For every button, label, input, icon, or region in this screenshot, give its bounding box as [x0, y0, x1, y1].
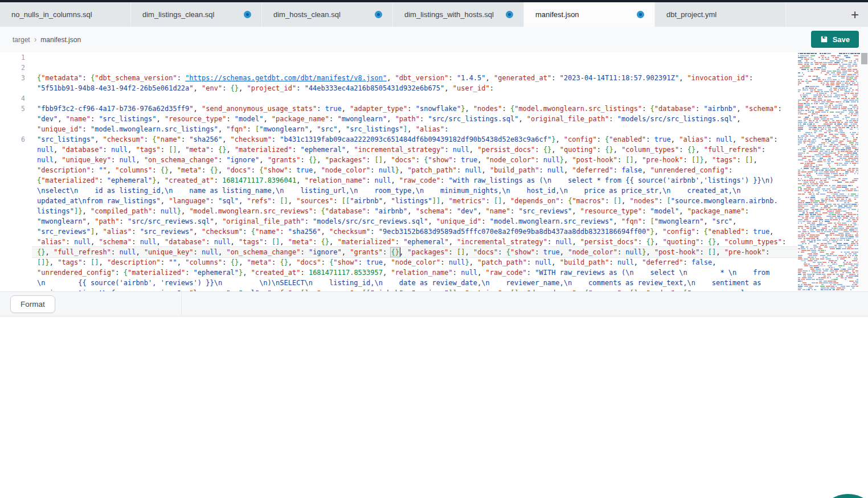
- save-button[interactable]: Save: [811, 31, 859, 48]
- code-line[interactable]: 4: [0, 93, 797, 104]
- code-line[interactable]: {"materialized": "ephemeral"}, "created_…: [0, 175, 797, 186]
- tab-dim_hosts_clean.sql[interactable]: dim_hosts_clean.sql: [262, 2, 393, 27]
- code-text: "dev", "name": "src_listings", "resource…: [37, 114, 741, 124]
- unsaved-dot-icon: [375, 11, 382, 18]
- scrollbar-thumb[interactable]: [861, 53, 867, 64]
- unsaved-dot-icon: [506, 11, 513, 18]
- line-number: 3: [0, 73, 25, 83]
- tab-label: dbt_project.yml: [666, 10, 716, 19]
- code-line[interactable]: updated_at\nfrom raw_listings", "languag…: [0, 196, 797, 206]
- format-button[interactable]: Format: [10, 295, 55, 313]
- code-text: "fbb9f3c2-cf96-4a17-b736-976a62d35ff9", …: [37, 104, 782, 114]
- code-line[interactable]: 6"src_listings", "checksum": {"name": "s…: [0, 134, 797, 145]
- code-line[interactable]: {}, "full_refresh": null, "unique_key": …: [0, 247, 797, 257]
- code-line[interactable]: 5"fbb9f3c2-cf96-4a17-b736-976a62d35ff9",…: [0, 104, 797, 114]
- tab-bar: no_nulls_in_columns.sqldim_listings_clea…: [0, 2, 868, 27]
- line-number: 5: [0, 104, 25, 114]
- dbt-cloud-ide: no_nulls_in_columns.sqldim_listings_clea…: [0, 0, 868, 498]
- breadcrumb-folder: target: [13, 36, 30, 44]
- code-text: "unrendered_config": {"materialized": "e…: [37, 267, 769, 278]
- code-text: "alias": null, "schema": null, "database…: [37, 237, 786, 247]
- tab-label: dim_hosts_clean.sql: [273, 10, 341, 19]
- code-text: null, "unique_key": null, "on_schema_cha…: [37, 155, 758, 165]
- code-text: {"materialized": "ephemeral"}, "created_…: [37, 175, 773, 186]
- code-text: "unique_id": "model.mwonglearn.src_listi…: [37, 124, 449, 134]
- plus-icon: +: [851, 7, 859, 22]
- format-bar: Format: [0, 291, 868, 316]
- results-panel: [0, 316, 868, 498]
- code-text: "description": "", "columns": {}, "meta"…: [37, 165, 732, 175]
- breadcrumb-bar: target › manifest.json Save: [0, 27, 868, 53]
- code-text: {"metadata": {"dbt_schema_version": "htt…: [37, 73, 753, 83]
- code-text: \n {{ source('airbnb', 'reviews') }}\n \…: [37, 278, 761, 288]
- tab-dim_listings_clean.sql[interactable]: dim_listings_clean.sql: [131, 2, 262, 27]
- code-text: listings"]}, "compiled_path": null}, "mo…: [37, 206, 749, 216]
- code-text: []}, "tags": [], "description": "", "col…: [37, 257, 716, 267]
- tab-label: no_nulls_in_columns.sql: [11, 10, 92, 19]
- line-number: 4: [0, 93, 25, 104]
- code-line[interactable]: 1: [0, 52, 797, 63]
- code-line[interactable]: "unrendered_config": {"materialized": "e…: [0, 267, 797, 278]
- code-text: updated_at\nfrom raw_listings", "languag…: [37, 196, 778, 206]
- code-text: "mwonglearn", "path": "src/src_reviews.s…: [37, 216, 736, 227]
- code-text: null, "database": null, "tags": [], "met…: [37, 145, 765, 155]
- code-line[interactable]: null, "unique_key": null, "on_schema_cha…: [0, 155, 797, 165]
- code-text: "src_listings", "checksum": {"name": "sh…: [37, 134, 778, 145]
- code-line[interactable]: "unique_id": "model.mwonglearn.src_listi…: [0, 124, 797, 134]
- code-line[interactable]: \n {{ source('airbnb', 'reviews') }}\n \…: [0, 278, 797, 288]
- code-line[interactable]: \nselect\n id as listing_id,\n name as l…: [0, 186, 797, 196]
- code-text: {}, "full_refresh": null, "unique_key": …: [37, 247, 769, 257]
- breadcrumb-file: manifest.json: [40, 36, 81, 44]
- code-line[interactable]: 3{"metadata": {"dbt_schema_version": "ht…: [0, 73, 797, 83]
- code-text: review_sentiment\nfrom raw_reviews", "la…: [37, 288, 761, 291]
- bracket-match-highlight: [390, 247, 400, 257]
- code-line[interactable]: "src_reviews"], "alias": "src_reviews", …: [0, 227, 797, 237]
- code-line[interactable]: []}, "tags": [], "description": "", "col…: [0, 257, 797, 267]
- scrollbar[interactable]: [860, 52, 868, 291]
- save-button-label: Save: [833, 35, 850, 44]
- tab-dim_listings_with_hosts.sql[interactable]: dim_listings_with_hosts.sql: [393, 2, 524, 27]
- line-number: 1: [0, 52, 25, 63]
- code-line[interactable]: "description": "", "columns": {}, "meta"…: [0, 165, 797, 175]
- save-icon: [820, 35, 828, 43]
- code-line[interactable]: 2: [0, 63, 797, 73]
- text-cursor: [400, 248, 401, 257]
- tab-label: dim_listings_with_hosts.sql: [404, 10, 494, 19]
- tab-manifest.json[interactable]: manifest.json: [524, 2, 655, 27]
- chevron-right-icon: ›: [34, 35, 37, 44]
- tab-no_nulls_in_columns.sql[interactable]: no_nulls_in_columns.sql: [0, 2, 131, 27]
- code-line[interactable]: null, "database": null, "tags": [], "met…: [0, 145, 797, 155]
- tab-list: no_nulls_in_columns.sqldim_listings_clea…: [0, 2, 786, 27]
- unsaved-dot-icon: [244, 11, 251, 18]
- breadcrumb: target › manifest.json: [13, 27, 81, 52]
- tab-label: dim_listings_clean.sql: [142, 10, 214, 19]
- code-line[interactable]: "dev", "name": "src_listings", "resource…: [0, 114, 797, 124]
- code-line[interactable]: "5f51bb91-94b8-4e31-94f2-26b5e061d22a", …: [0, 83, 797, 93]
- code-line[interactable]: "mwonglearn", "path": "src/src_reviews.s…: [0, 216, 797, 227]
- line-number: 6: [0, 134, 25, 145]
- minimap[interactable]: [797, 52, 860, 291]
- code-editor[interactable]: 123{"metadata": {"dbt_schema_version": "…: [0, 52, 868, 291]
- code-text: \nselect\n id as listing_id,\n name as l…: [37, 186, 740, 196]
- code-line[interactable]: review_sentiment\nfrom raw_reviews", "la…: [0, 288, 797, 291]
- tab-label: manifest.json: [535, 10, 579, 19]
- code-text: "src_reviews"], "alias": "src_reviews", …: [37, 227, 773, 237]
- tab-dbt_project.yml[interactable]: dbt_project.yml: [655, 2, 786, 27]
- code-line[interactable]: listings"]}, "compiled_path": null}, "mo…: [0, 206, 797, 216]
- line-number: 2: [0, 63, 25, 73]
- unsaved-dot-icon: [637, 11, 644, 18]
- code-line[interactable]: "alias": null, "schema": null, "database…: [0, 237, 797, 247]
- panel-divider: [181, 292, 182, 316]
- code-text: "5f51bb91-94b8-4e31-94f2-26b5e061d22a", …: [37, 83, 494, 93]
- new-tab-button[interactable]: +: [845, 2, 865, 27]
